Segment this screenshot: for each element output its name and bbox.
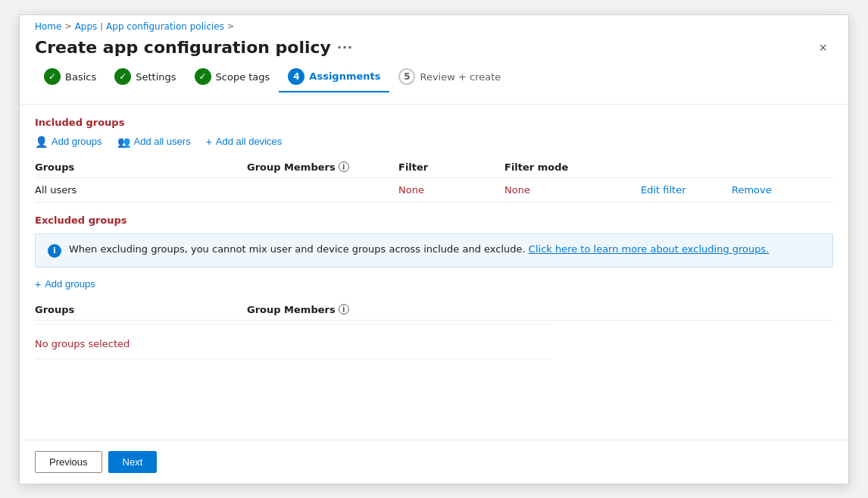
step-assignments-label: Assignments <box>309 70 380 82</box>
more-options-button[interactable]: ··· <box>337 40 353 55</box>
excluded-group-members-label: Group Members <box>247 304 336 315</box>
header-remove <box>732 161 792 173</box>
group-members-info-icon[interactable]: i <box>339 161 349 172</box>
no-groups-text: No groups selected <box>35 332 833 355</box>
dialog-header: Create app configuration policy ··· × <box>20 35 848 68</box>
header-filter: Filter <box>398 161 504 173</box>
info-banner-text: When excluding groups, you cannot mix us… <box>69 243 769 255</box>
step-review-circle: 5 <box>398 68 415 85</box>
create-policy-dialog: Home > Apps | App configuration policies… <box>19 14 849 484</box>
people-icon: 👥 <box>117 136 130 148</box>
group-members-label: Group Members <box>247 161 336 173</box>
close-button[interactable]: × <box>813 38 833 58</box>
excluded-plus-icon: + <box>35 278 41 290</box>
add-all-devices-button[interactable]: + Add all devices <box>206 136 283 148</box>
header-group-members: Group Members i <box>247 161 398 173</box>
breadcrumb-sep1: > <box>64 21 71 31</box>
excluded-table-bottom-divider <box>35 359 550 359</box>
breadcrumb-apps[interactable]: Apps <box>75 21 98 32</box>
step-settings[interactable]: ✓ Settings <box>105 68 185 91</box>
breadcrumb-sep3: > <box>227 21 234 31</box>
step-scope-tags-label: Scope tags <box>216 71 270 83</box>
breadcrumb-sep2: | <box>100 21 103 31</box>
step-settings-circle: ✓ <box>114 68 131 85</box>
add-all-users-button[interactable]: 👥 Add all users <box>117 136 191 148</box>
plus-icon: + <box>206 136 212 148</box>
breadcrumb-policies[interactable]: App configuration policies <box>106 21 224 32</box>
info-banner-icon: i <box>48 244 61 258</box>
step-assignments-circle: 4 <box>288 68 304 85</box>
info-banner-link[interactable]: Click here to learn more about excluding… <box>529 243 770 255</box>
step-review-label: Review + create <box>420 71 501 83</box>
step-settings-label: Settings <box>136 71 176 83</box>
step-basics-circle: ✓ <box>44 68 61 85</box>
dialog-footer: Previous Next <box>20 440 848 484</box>
steps-bar: ✓ Basics ✓ Settings ✓ Scope tags 4 Assig… <box>20 68 848 105</box>
excluded-header-groups: Groups <box>35 304 247 315</box>
page-title-container: Create app configuration policy ··· <box>35 38 353 57</box>
row-remove[interactable]: Remove <box>732 184 792 196</box>
excluded-groups-table: Groups Group Members i No groups selecte… <box>35 299 833 359</box>
previous-button[interactable]: Previous <box>35 451 102 473</box>
step-basics-label: Basics <box>65 71 96 83</box>
excluded-groups-title: Excluded groups <box>35 215 833 226</box>
breadcrumb-home[interactable]: Home <box>35 21 61 32</box>
add-groups-label: Add groups <box>52 136 102 147</box>
info-banner-static-text: When excluding groups, you cannot mix us… <box>69 243 526 255</box>
included-groups-table: Groups Group Members i Filter Filter mod… <box>35 157 833 202</box>
excluded-table-header: Groups Group Members i <box>35 299 833 321</box>
add-all-users-label: Add all users <box>134 136 191 147</box>
row-filter-mode: None <box>504 184 641 196</box>
excluded-header-group-members: Group Members i <box>247 304 398 315</box>
header-edit-filter <box>641 161 732 173</box>
breadcrumb: Home > Apps | App configuration policies… <box>20 15 848 35</box>
excluded-groups-action-bar: + Add groups <box>35 278 833 290</box>
row-group-name: All users <box>35 184 247 196</box>
excluded-groups-section: Excluded groups i When excluding groups,… <box>35 215 833 359</box>
included-groups-action-bar: 👤 Add groups 👥 Add all users + Add all d… <box>35 136 833 148</box>
main-content: Included groups 👤 Add groups 👥 Add all u… <box>20 105 848 440</box>
step-scope-tags-circle: ✓ <box>195 68 211 85</box>
excluded-group-members-info-icon[interactable]: i <box>339 304 349 315</box>
person-add-icon: 👤 <box>35 136 48 148</box>
next-button[interactable]: Next <box>108 451 158 473</box>
add-all-devices-label: Add all devices <box>216 136 282 147</box>
excluded-add-groups-label: Add groups <box>45 278 95 290</box>
step-basics[interactable]: ✓ Basics <box>35 68 105 91</box>
included-groups-title: Included groups <box>35 117 833 128</box>
table-row: All users None None Edit filter Remove <box>35 178 833 202</box>
step-review[interactable]: 5 Review + create <box>389 68 510 91</box>
excluded-add-groups-button[interactable]: + Add groups <box>35 278 95 290</box>
page-title: Create app configuration policy <box>35 38 331 57</box>
excluded-table-divider <box>35 324 550 324</box>
step-scope-tags[interactable]: ✓ Scope tags <box>186 68 279 91</box>
row-edit-filter[interactable]: Edit filter <box>641 184 732 196</box>
add-groups-button[interactable]: 👤 Add groups <box>35 136 102 148</box>
header-filter-mode: Filter mode <box>504 161 641 173</box>
header-groups: Groups <box>35 161 247 173</box>
info-banner: i When excluding groups, you cannot mix … <box>35 233 833 268</box>
row-filter: None <box>398 184 504 196</box>
included-table-header: Groups Group Members i Filter Filter mod… <box>35 157 833 178</box>
step-assignments[interactable]: 4 Assignments <box>279 68 389 92</box>
